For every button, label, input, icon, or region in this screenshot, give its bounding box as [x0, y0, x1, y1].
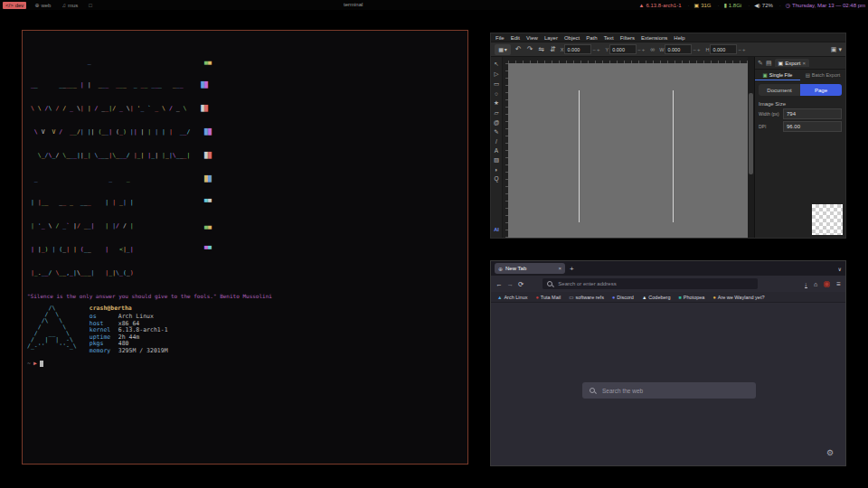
size-input[interactable]	[665, 44, 692, 54]
bookmark-item[interactable]: ■ Photopea	[679, 295, 705, 300]
prompt-path: ~	[27, 360, 31, 367]
bookmark-item[interactable]: ● Tuta Mail	[535, 295, 561, 300]
workspace-tag[interactable]: </> dev	[3, 2, 26, 9]
menu-item[interactable]: Layer	[544, 35, 558, 41]
extension-icon[interactable]	[824, 281, 830, 287]
close-icon[interactable]: ×	[803, 61, 807, 66]
browser-tab[interactable]: ⊕ New Tab ×	[495, 263, 565, 274]
url-bar[interactable]	[542, 278, 758, 289]
workspace-tags: </> dev ⊕ web ♫ mus □	[3, 1, 97, 9]
transform-icon[interactable]: ⇋	[538, 45, 544, 53]
close-icon[interactable]: ×	[558, 266, 561, 271]
menu-item[interactable]: Path	[586, 35, 597, 41]
bookmark-favicon: ●	[535, 295, 538, 300]
terminal-window[interactable]: _ ▄▄ __ _____ | | ___ ___ _ __ ___ ___ █…	[22, 30, 468, 465]
export-scope-toggle: Document Page	[759, 84, 842, 96]
menu-item[interactable]: Help	[674, 35, 684, 41]
ai-tool-label[interactable]: AI	[494, 227, 499, 232]
canvas[interactable]	[508, 63, 748, 238]
dock-icon[interactable]: ✎	[758, 60, 763, 67]
forward-icon[interactable]: →	[507, 280, 514, 288]
stepper-buttons[interactable]: −+	[637, 47, 646, 52]
tool-icon[interactable]: Q	[494, 175, 498, 182]
web-search-box[interactable]	[582, 382, 756, 399]
tool-icon[interactable]: ↖	[494, 61, 498, 68]
bookmark-item[interactable]: ● Are we Wayland yet?	[712, 295, 764, 300]
menu-item[interactable]: Object	[564, 35, 580, 41]
status-text: 72%	[762, 3, 773, 8]
export-dock-tab[interactable]: ▣ Export ×	[775, 59, 810, 67]
tool-icon[interactable]: ○	[495, 90, 498, 97]
lock-ratio-icon[interactable]: ∞	[650, 46, 655, 52]
back-icon[interactable]: ←	[495, 280, 503, 288]
bookmark-label: Tuta Mail	[541, 295, 561, 300]
home-icon[interactable]: ⌂	[814, 281, 817, 287]
shell-prompt[interactable]: ~ ▶	[27, 360, 464, 367]
downloads-icon[interactable]: ↓	[805, 281, 808, 287]
bookmark-item[interactable]: ● Discord	[612, 295, 634, 300]
menu-item[interactable]: Text	[604, 35, 614, 41]
stepper-buttons[interactable]: −+	[693, 47, 701, 52]
menu-item[interactable]: Extensions	[641, 35, 667, 41]
tool-icon[interactable]: ◗	[495, 166, 498, 173]
toolbar-actions: ↓ ⌂ ≡	[805, 280, 841, 288]
workspace-label: mus	[68, 3, 78, 8]
workspace-tag[interactable]: ⊕ web	[32, 1, 53, 9]
tool-icon[interactable]: ▱	[494, 109, 498, 117]
menu-item[interactable]: File	[495, 35, 505, 41]
transform-icon[interactable]: ↶	[515, 45, 522, 53]
new-tab-button[interactable]: +	[570, 265, 574, 273]
scrollbar-thumb[interactable]	[749, 93, 753, 174]
scrollbar[interactable]	[748, 57, 754, 238]
workspace-tag[interactable]: □	[86, 2, 97, 9]
bookmark-item[interactable]: ▲ Codeberg	[642, 295, 671, 300]
tool-icon[interactable]: ▨	[494, 156, 499, 164]
status-icon: ▲	[639, 3, 645, 8]
width-input[interactable]	[783, 108, 842, 119]
tool-icon[interactable]: ✎	[494, 128, 498, 136]
dpi-input[interactable]	[783, 121, 842, 132]
transform-icon[interactable]: ⇵	[550, 45, 556, 53]
menu-item[interactable]: View	[526, 35, 538, 41]
export-tab-label: Export	[785, 61, 800, 66]
dpi-row: DPI	[759, 121, 842, 132]
bookmark-item[interactable]: ▭ software refs	[569, 295, 604, 300]
user-host: crash@bertha	[90, 305, 168, 313]
reload-icon[interactable]: ⟳	[518, 280, 524, 288]
tool-icon[interactable]: A	[495, 147, 498, 154]
menu-bar: FileEditViewLayerObjectPathTextFiltersEx…	[491, 33, 845, 42]
bookmark-item[interactable]: ▲ Arch Linux	[497, 295, 527, 300]
scope-button[interactable]: Page	[800, 84, 842, 96]
units-dropdown[interactable]: ▣ ▾	[831, 46, 842, 53]
tool-icon[interactable]: ★	[494, 99, 499, 107]
web-search-input[interactable]	[600, 387, 749, 395]
dock-icon[interactable]: ▤	[766, 60, 772, 67]
field-label: X	[561, 47, 564, 52]
tool-icon[interactable]: @	[494, 119, 500, 126]
size-input[interactable]	[710, 44, 737, 54]
transform-icon[interactable]: ↷	[527, 45, 533, 53]
gear-icon[interactable]: ⚙	[826, 448, 834, 457]
stepper-buttons[interactable]: −+	[592, 47, 600, 52]
menu-item[interactable]: Filters	[620, 35, 635, 41]
menu-item[interactable]: Edit	[511, 35, 520, 41]
status-module: ▲ 6.13.8-arch1-1	[639, 3, 690, 8]
tool-icon[interactable]: ▷	[494, 70, 498, 78]
tool-icon[interactable]: /	[495, 138, 497, 145]
scope-button[interactable]: Document	[759, 84, 800, 96]
tool-icon[interactable]: ▭	[494, 80, 499, 88]
workspace-tag[interactable]: ♫ mus	[59, 2, 80, 9]
selector-icon: ▦	[498, 46, 504, 52]
stepper-buttons[interactable]: −+	[738, 47, 746, 52]
coord-input[interactable]	[564, 44, 591, 54]
export-mode-tab[interactable]: ▣ Single File	[755, 70, 800, 80]
ascii-banner: _ ▄▄ __ _____ | | ___ ___ _ __ ___ ___ █…	[27, 35, 464, 288]
url-input[interactable]	[556, 280, 753, 287]
ascii-art-line: |_.__/ \__,_|\___| |_|\_(_)	[27, 270, 464, 277]
export-mode-tab[interactable]: ▤ Batch Export	[800, 70, 845, 80]
coord-input[interactable]	[609, 44, 637, 54]
width-label: Width (px)	[759, 111, 780, 117]
tool-mode-dropdown[interactable]: ▦ ▾	[495, 44, 511, 55]
list-tabs-chevron-icon[interactable]: ∨	[838, 266, 842, 272]
menu-icon[interactable]: ≡	[836, 280, 841, 288]
